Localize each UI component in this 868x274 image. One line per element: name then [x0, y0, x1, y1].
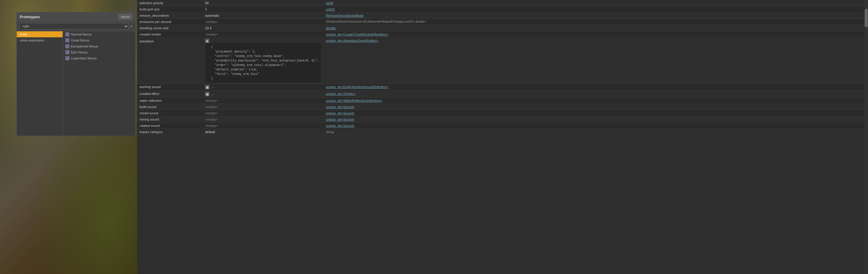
prop-type[interactable]: unique_ptr<AutoplaceSpecification> — [323, 37, 868, 84]
prop-name: mining sound — [137, 116, 203, 123]
table-row: mining sound <empty> unique_ptr<Sound> — [137, 116, 868, 123]
prop-type[interactable]: unique_ptr<WaterReflectionDefinition> — [323, 98, 868, 104]
prop-value: <empty> — [203, 31, 323, 37]
prop-name: emissions per second — [137, 19, 203, 25]
prop-type[interactable]: unique_ptr<Trigger> — [323, 91, 868, 98]
prop-value: <empty> — [203, 110, 323, 116]
prop-name: shooting cursor size — [137, 25, 203, 31]
table-row: impact category default string — [137, 129, 868, 135]
prop-name: selection priority — [137, 0, 203, 6]
autoplace-content: { "placement_density": 1, "control": "en… — [205, 43, 321, 82]
prop-type[interactable]: unique_ptr<Sound> — [323, 116, 868, 123]
arrow-right-icon: → — [65, 32, 69, 36]
prop-name: impact category — [137, 129, 203, 135]
prop-name: created smoke — [137, 31, 203, 37]
prop-value: 1 — [203, 6, 323, 12]
prop-value: <empty> — [203, 19, 323, 25]
prop-name: remove_decoratives — [137, 12, 203, 19]
table-row: remove_decoratives automatic RemoveDecor… — [137, 12, 868, 19]
prop-type[interactable]: uint8 — [323, 0, 868, 6]
table-row: created smoke <empty> unique_ptr<CreateT… — [137, 31, 868, 37]
scrollbar[interactable] — [864, 0, 868, 274]
prototypes-header: Prototypes nexus — [17, 12, 135, 22]
prop-type[interactable]: unique_ptr<Sound> — [323, 123, 868, 129]
filter-row: <all> entity noise-expression ▼ — [17, 22, 135, 31]
nexus-button[interactable]: nexus — [118, 14, 132, 19]
prop-type: RemoveDecorativesMode — [323, 12, 868, 19]
game-area: Prototypes nexus <all> entity noise-expr… — [0, 0, 137, 274]
list-item-normal-nexus[interactable]: → Normal Nexus — [63, 31, 135, 37]
filter-select[interactable]: <all> entity noise-expression — [19, 23, 129, 30]
panel-content: entity noise-expression → Normal Nexus →… — [17, 31, 135, 136]
list-item-legendary-nexus[interactable]: → Legendary Nexus — [63, 55, 135, 61]
prop-name: water reflection — [137, 98, 203, 104]
list-item-label: Epic Nexus — [71, 50, 88, 54]
arrow-right-icon: → — [65, 50, 69, 54]
scrollbar-thumb[interactable] — [865, 9, 868, 27]
prop-name: build grid size — [137, 6, 203, 12]
list-item-label: Exceptional Nexus — [71, 45, 98, 48]
sidebar-item-noise-expression[interactable]: noise-expression — [17, 37, 63, 43]
table-row: build grid size 1 uint16 — [137, 6, 868, 12]
list-item-great-nexus[interactable]: → Great Nexus — [63, 37, 135, 43]
prop-name: mined sound — [137, 110, 203, 116]
prototypes-panel: Prototypes nexus <all> entity noise-expr… — [17, 12, 135, 136]
prop-type[interactable]: unique_ptr<EntityWorkingSoundDefinition> — [323, 84, 868, 91]
list-item-label: Great Nexus — [71, 38, 89, 42]
filter-arrow-icon: ▼ — [130, 25, 133, 28]
arrow-right-icon: → — [65, 38, 69, 43]
prop-type: IDIndexedVectorConnector<ID<AirbornePoll… — [323, 19, 868, 25]
prop-value: <empty> — [203, 104, 323, 110]
main-content: selection priority 50 uint8 build grid s… — [137, 0, 868, 274]
table-row: emissions per second <empty> IDIndexedVe… — [137, 19, 868, 25]
arrow-right-icon: → — [65, 44, 69, 48]
prop-type[interactable]: uint16 — [323, 6, 868, 12]
left-list: entity noise-expression — [17, 31, 63, 136]
table-row: created effect ▣ … unique_ptr<Trigger> — [137, 91, 868, 98]
prop-value: 10.4 — [203, 25, 323, 31]
list-item-label: Legendary Nexus — [71, 56, 97, 60]
sidebar-item-entity[interactable]: entity — [17, 31, 63, 37]
autoplace-expand-icon[interactable]: ▣ — [205, 39, 209, 43]
prop-name: autoplace — [137, 37, 203, 84]
prop-type[interactable]: double — [323, 25, 868, 31]
list-item-exceptional-nexus[interactable]: → Exceptional Nexus — [63, 43, 135, 49]
prop-type[interactable]: unique_ptr<CreateTrivialSmokeEffectItem> — [323, 31, 868, 37]
prop-value: <empty> — [203, 98, 323, 104]
prop-value-autoplace: ▣ { "placement_density": 1, "control": "… — [203, 37, 323, 84]
table-wrapper[interactable]: selection priority 50 uint8 build grid s… — [137, 0, 868, 274]
prop-value: automatic — [203, 12, 323, 19]
table-row-autoplace: autoplace ▣ { "placement_density": 1, "c… — [137, 37, 868, 84]
prop-value: 50 — [203, 0, 323, 6]
table-row: rotated sound <empty> unique_ptr<Sound> — [137, 123, 868, 129]
table-row: build sound <empty> unique_ptr<Sound> — [137, 104, 868, 110]
prop-name: working sound — [137, 84, 203, 91]
prop-value: <empty> — [203, 116, 323, 123]
prop-value: ▣ … — [203, 91, 323, 98]
prop-value: default — [203, 129, 323, 135]
arrow-right-icon: → — [65, 56, 69, 60]
prop-value: ▣ … — [203, 84, 323, 91]
prop-type[interactable]: unique_ptr<Sound> — [323, 104, 868, 110]
right-list: → Normal Nexus → Great Nexus → Exception… — [63, 31, 135, 136]
table-row: water reflection <empty> unique_ptr<Wate… — [137, 98, 868, 104]
expand-icon[interactable]: ▣ — [205, 92, 209, 96]
table-row: mined sound <empty> unique_ptr<Sound> — [137, 110, 868, 116]
expand-icon[interactable]: ▣ — [205, 85, 209, 89]
table-row: shooting cursor size 10.4 double — [137, 25, 868, 31]
prop-name: build sound — [137, 104, 203, 110]
table-row: working sound ▣ … unique_ptr<EntityWorki… — [137, 84, 868, 91]
prop-type: string — [323, 129, 868, 135]
prop-name: rotated sound — [137, 123, 203, 129]
prototypes-title: Prototypes — [20, 15, 40, 19]
prop-name: created effect — [137, 91, 203, 98]
table-row: selection priority 50 uint8 — [137, 0, 868, 6]
list-item-epic-nexus[interactable]: → Epic Nexus — [63, 49, 135, 55]
data-table: selection priority 50 uint8 build grid s… — [137, 0, 868, 135]
list-item-label: Normal Nexus — [71, 32, 92, 36]
prop-value: <empty> — [203, 123, 323, 129]
prop-type[interactable]: unique_ptr<Sound> — [323, 110, 868, 116]
